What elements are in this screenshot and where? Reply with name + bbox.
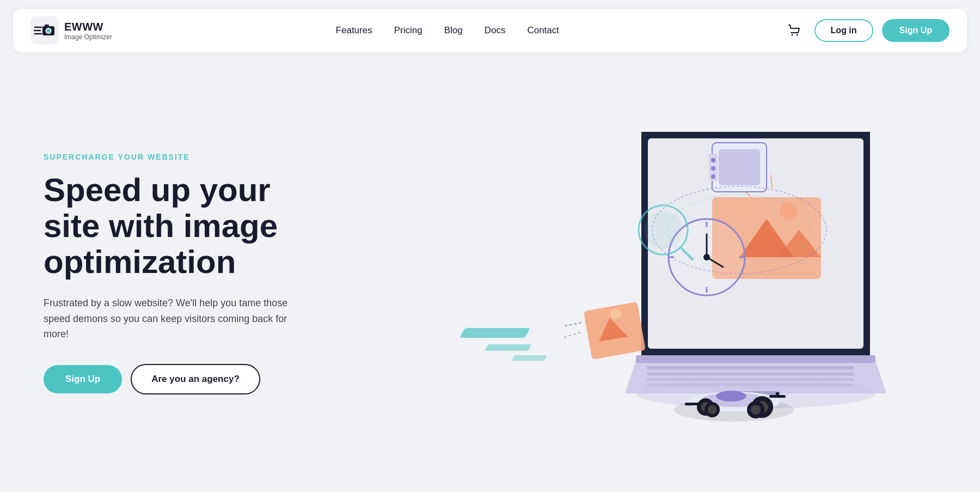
nav-right: Log in Sign Up xyxy=(783,19,950,42)
svg-rect-10 xyxy=(485,344,532,351)
cart-button[interactable] xyxy=(783,19,806,42)
brand-name: EWWW xyxy=(64,21,112,33)
svg-line-54 xyxy=(563,332,580,338)
svg-rect-26 xyxy=(647,373,854,375)
svg-rect-6 xyxy=(45,25,49,27)
hero-description: Frustrated by a slow website? We'll help… xyxy=(44,295,294,342)
nav-item-pricing[interactable]: Pricing xyxy=(394,25,422,35)
signup-nav-button[interactable]: Sign Up xyxy=(882,19,950,42)
svg-rect-31 xyxy=(719,149,760,185)
svg-point-35 xyxy=(711,174,715,179)
hero-content: SUPERCHARGE YOUR WEBSITE Speed up your s… xyxy=(44,153,338,394)
svg-rect-11 xyxy=(511,355,547,361)
svg-line-53 xyxy=(565,323,581,326)
svg-point-8 xyxy=(796,34,798,36)
svg-point-34 xyxy=(711,166,715,171)
hero-agency-button[interactable]: Are you an agency? xyxy=(131,364,260,394)
svg-point-33 xyxy=(711,158,715,162)
svg-rect-61 xyxy=(776,392,779,398)
svg-point-69 xyxy=(751,405,761,415)
hero-svg xyxy=(338,88,945,459)
hero-title: Speed up your site with image optimizati… xyxy=(44,172,338,280)
svg-rect-25 xyxy=(647,366,854,369)
logo-icon xyxy=(30,16,59,45)
logo[interactable]: EWWW Image Optimizer xyxy=(30,16,112,45)
svg-point-7 xyxy=(791,34,793,36)
logo-text: EWWW Image Optimizer xyxy=(64,21,112,41)
svg-rect-27 xyxy=(647,378,854,381)
svg-point-21 xyxy=(780,202,797,220)
hero-cta-group: Sign Up Are you an agency? xyxy=(44,364,338,394)
hero-section: SUPERCHARGE YOUR WEBSITE Speed up your s… xyxy=(0,61,980,475)
brand-subtitle: Image Optimizer xyxy=(64,33,112,41)
svg-point-67 xyxy=(708,405,716,414)
svg-point-5 xyxy=(47,29,51,33)
svg-rect-16 xyxy=(636,355,875,363)
nav-item-blog[interactable]: Blog xyxy=(444,25,463,35)
login-button[interactable]: Log in xyxy=(814,19,873,42)
nav-item-features[interactable]: Features xyxy=(336,25,372,35)
svg-point-58 xyxy=(716,391,746,402)
svg-rect-28 xyxy=(647,384,854,386)
nav-item-docs[interactable]: Docs xyxy=(485,25,506,35)
navbar: EWWW Image Optimizer Features Pricing Bl… xyxy=(13,9,967,52)
nav-links: Features Pricing Blog Docs Contact xyxy=(336,25,559,36)
svg-point-48 xyxy=(644,211,682,249)
nav-item-contact[interactable]: Contact xyxy=(527,25,559,35)
hero-signup-button[interactable]: Sign Up xyxy=(44,365,122,393)
hero-tagline: SUPERCHARGE YOUR WEBSITE xyxy=(44,153,338,161)
hero-illustration xyxy=(338,88,945,459)
cart-icon xyxy=(787,23,801,38)
svg-rect-9 xyxy=(460,328,530,338)
svg-point-46 xyxy=(703,254,710,260)
